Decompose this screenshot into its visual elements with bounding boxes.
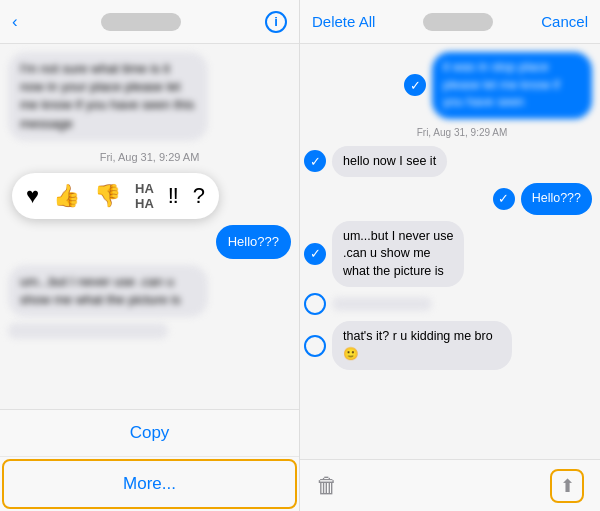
list-item: um...but I never use .can u show me what… [8, 265, 208, 317]
trash-icon: 🗑 [316, 473, 338, 498]
thumbs-down-reaction-icon[interactable]: 👎 [94, 183, 121, 209]
more-menu-item[interactable]: More... [2, 459, 297, 509]
exclaim-reaction-icon[interactable]: ‼ [168, 183, 179, 209]
list-item: that's it? r u kidding me bro 🙂 [304, 321, 592, 370]
left-header: ‹ i [0, 0, 299, 44]
message-bubble: hello now I see it [332, 146, 447, 178]
select-checkbox[interactable]: ✓ [493, 188, 515, 210]
question-reaction-icon[interactable]: ? [193, 183, 205, 209]
cancel-button[interactable]: Cancel [541, 13, 588, 30]
back-chevron-icon: ‹ [12, 12, 18, 32]
back-button[interactable]: ‹ [12, 12, 18, 32]
message-bubble: that's it? r u kidding me bro 🙂 [332, 321, 512, 370]
list-item: ✓ um...but I never use.can u show mewhat… [304, 221, 592, 288]
delete-all-button[interactable]: Delete All [312, 13, 375, 30]
copy-menu-item[interactable]: Copy [0, 410, 299, 457]
heart-reaction-icon[interactable]: ♥ [26, 183, 39, 209]
select-checkbox[interactable]: ✓ [404, 74, 426, 96]
checkmark-icon: ✓ [498, 191, 509, 206]
select-checkbox[interactable]: ✓ [304, 150, 326, 172]
list-item: Hello??? [216, 225, 291, 259]
list-item [8, 323, 168, 339]
timestamp-label: Fri, Aug 31, 9:29 AM [332, 127, 592, 138]
checkmark-icon: ✓ [310, 154, 321, 169]
info-icon: i [274, 14, 278, 29]
contact-name-blur [101, 13, 181, 31]
select-checkbox[interactable]: ✓ [304, 243, 326, 265]
context-menu: Copy More... [0, 409, 299, 511]
message-bubble: Hello??? [521, 183, 592, 215]
list-item: ✓ Hello??? [304, 183, 592, 215]
haha-reaction-icon[interactable]: HAHA [135, 181, 154, 211]
share-icon: ⬆ [560, 475, 575, 497]
right-contact-name-blur [423, 13, 493, 31]
list-item: ✓ hello now I see it [304, 146, 592, 178]
left-panel: ‹ i I'm not sure what time is it now in … [0, 0, 300, 511]
right-header: Delete All Cancel [300, 0, 600, 44]
select-checkbox[interactable] [304, 335, 326, 357]
list-item: I'm not sure what time is it now in your… [8, 52, 208, 141]
right-panel: Delete All Cancel ✓ it was in stop place… [300, 0, 600, 511]
thumbs-up-reaction-icon[interactable]: 👍 [53, 183, 80, 209]
message-bubble [332, 297, 432, 311]
share-button[interactable]: ⬆ [550, 469, 584, 503]
right-footer: 🗑 ⬆ [300, 459, 600, 511]
select-checkbox[interactable] [304, 293, 326, 315]
message-bubble: it was in stop place please let me know … [432, 52, 592, 119]
message-bubble: um...but I never use.can u show mewhat t… [332, 221, 464, 288]
list-item [304, 293, 592, 315]
checkmark-icon: ✓ [310, 246, 321, 261]
list-item: ✓ it was in stop place please let me kno… [304, 52, 592, 119]
right-messages-list: ✓ it was in stop place please let me kno… [300, 44, 600, 459]
trash-button[interactable]: 🗑 [316, 473, 338, 499]
checkmark-icon: ✓ [410, 78, 421, 93]
info-button[interactable]: i [265, 11, 287, 33]
reaction-bar[interactable]: ♥ 👍 👎 HAHA ‼ ? [12, 173, 219, 219]
timestamp-label: Fri, Aug 31, 9:29 AM [8, 151, 291, 163]
